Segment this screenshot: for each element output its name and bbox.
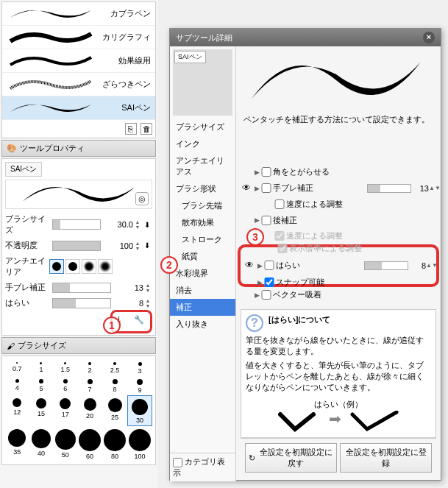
category-item[interactable]: ブラシ形状 xyxy=(170,180,235,197)
expand-icon[interactable]: ▶ xyxy=(252,291,261,299)
category-item[interactable]: 補正 xyxy=(170,299,235,316)
category-item[interactable]: ストローク xyxy=(170,231,235,248)
annotation-2: 2 xyxy=(160,256,178,274)
expand-icon[interactable]: ▶ xyxy=(252,216,261,224)
sharp-corner-checkbox[interactable] xyxy=(261,167,271,177)
sharp-corner-label: 角をとがらせる xyxy=(271,166,436,177)
brush-item[interactable]: カリグラフィ xyxy=(2,26,155,49)
stabilize-slider[interactable] xyxy=(52,283,111,293)
size-cell[interactable]: 1.5 xyxy=(53,359,77,376)
visibility-icon[interactable] xyxy=(243,277,255,289)
antialias-label: アンチエイリア xyxy=(5,255,49,277)
target-icon[interactable]: ◎ xyxy=(135,192,149,205)
brush-item[interactable]: カブラペン xyxy=(2,2,155,26)
size-cell[interactable]: 0.7 xyxy=(5,359,29,376)
wrench-icon[interactable]: 🔧 xyxy=(134,315,147,328)
harai-slider[interactable] xyxy=(52,298,111,308)
category-item[interactable]: 消去 xyxy=(170,282,235,299)
display-ratio-row: 表示倍率による調整 xyxy=(243,241,433,256)
brush-item-selected[interactable]: SAIペン xyxy=(2,96,155,120)
aa-option[interactable] xyxy=(49,259,64,274)
size-cell[interactable]: 2 xyxy=(77,359,102,376)
size-cell[interactable]: 20 xyxy=(77,395,102,426)
aa-option[interactable] xyxy=(65,259,80,274)
size-cell[interactable]: 40 xyxy=(29,426,54,462)
size-cell[interactable]: 80 xyxy=(102,426,127,462)
category-item[interactable]: 紙質 xyxy=(170,248,235,265)
size-cell[interactable]: 60 xyxy=(77,426,102,462)
expand-icon[interactable]: ▶ xyxy=(252,169,261,176)
trash-icon[interactable]: 🗑 xyxy=(141,123,152,135)
category-item[interactable]: 入り抜き xyxy=(170,316,235,333)
size-cell[interactable]: 1 xyxy=(29,359,54,376)
visibility-icon[interactable]: 👁 xyxy=(241,183,252,194)
dialog-preview-tab[interactable]: SAIペン xyxy=(174,51,206,63)
size-cell[interactable]: 15 xyxy=(29,395,54,426)
stabilize-spinner[interactable]: ▲▼ xyxy=(143,283,152,293)
tool-property-header[interactable]: 🎨 ツールプロパティ xyxy=(1,140,156,157)
size-cell[interactable]: 4 xyxy=(5,376,29,395)
size-cell[interactable]: 8 xyxy=(102,376,127,395)
size-cell[interactable]: 12 xyxy=(5,395,29,426)
brush-item[interactable]: ざらつきペン xyxy=(2,73,155,96)
expand-icon[interactable]: ▶ xyxy=(252,185,261,192)
brush-size-spinner[interactable]: ▲▼ xyxy=(133,219,142,230)
size-cell[interactable]: 5 xyxy=(29,376,54,395)
category-item[interactable]: 水彩境界 xyxy=(170,265,235,282)
size-cell[interactable]: 2.5 xyxy=(102,359,127,376)
stabilize-spinner[interactable]: ▲▼ xyxy=(429,185,436,191)
harai-setting-label: はらい xyxy=(274,260,361,271)
size-cell[interactable]: 50 xyxy=(53,426,77,462)
visibility-icon[interactable] xyxy=(241,289,252,301)
post-correct-checkbox[interactable] xyxy=(261,216,271,225)
close-icon[interactable]: × xyxy=(423,32,435,43)
size-cell[interactable]: 100 xyxy=(127,426,152,462)
dynamics-icon[interactable]: ⬇ xyxy=(142,241,152,250)
tool-tab[interactable]: SAIペン xyxy=(5,162,42,177)
visibility-icon[interactable]: 👁 xyxy=(243,260,255,272)
stabilize-checkbox[interactable] xyxy=(261,183,271,193)
annotation-3: 3 xyxy=(246,228,264,246)
annotation-1: 1 xyxy=(103,317,121,334)
speed-adjust-checkbox[interactable] xyxy=(274,199,285,209)
size-cell[interactable]: 7 xyxy=(77,376,102,395)
expand-icon[interactable]: ▶ xyxy=(255,262,264,269)
post-correct-label: 後補正 xyxy=(271,215,436,226)
copy-icon[interactable]: ⎘ xyxy=(125,123,137,135)
brush-size-slider[interactable] xyxy=(52,219,101,230)
size-cell[interactable]: 3 xyxy=(127,359,152,376)
harai-checkbox[interactable] xyxy=(264,261,274,270)
category-item[interactable]: アンチエイリアス xyxy=(170,152,235,180)
category-item[interactable]: ブラシ先端 xyxy=(170,197,235,214)
size-cell[interactable]: 17 xyxy=(53,395,77,426)
category-item[interactable]: 散布効果 xyxy=(170,214,235,231)
opacity-slider[interactable] xyxy=(52,241,101,251)
harai-slider[interactable] xyxy=(364,261,408,270)
size-cell[interactable]: 35 xyxy=(5,426,29,462)
brush-item[interactable]: 効果線用 xyxy=(2,49,155,73)
reset-button[interactable]: ↻ 全設定を初期設定に戻す xyxy=(245,443,337,473)
harai-spinner[interactable]: ▲▼ xyxy=(426,262,433,269)
stabilize-slider[interactable] xyxy=(367,184,411,193)
register-button[interactable]: 全設定を初期設定に登録 xyxy=(340,443,432,473)
aa-option[interactable] xyxy=(98,259,113,274)
opacity-spinner[interactable]: ▲▼ xyxy=(133,241,142,251)
category-item[interactable]: ブラシサイズ xyxy=(170,119,235,135)
category-show-checkbox[interactable] xyxy=(173,458,182,467)
expand-icon[interactable]: ▶ xyxy=(255,279,264,286)
vector-checkbox[interactable] xyxy=(261,290,271,300)
brush-size-header[interactable]: 🖌 ブラシサイズ xyxy=(1,337,156,354)
dynamics-icon[interactable]: ⬇ xyxy=(142,221,152,229)
snap-checkbox[interactable] xyxy=(264,277,274,287)
dialog-titlebar[interactable]: サブツール詳細 × xyxy=(170,29,441,46)
size-cell[interactable]: 9 xyxy=(127,376,152,395)
size-cell[interactable]: 6 xyxy=(53,376,77,395)
visibility-icon[interactable] xyxy=(241,214,252,226)
harai-value: 8 xyxy=(114,299,143,308)
size-cell[interactable]: 25 xyxy=(102,395,127,426)
aa-option[interactable] xyxy=(82,259,96,274)
harai-spinner[interactable]: ▲▼ xyxy=(143,298,152,308)
category-item[interactable]: インク xyxy=(170,135,235,152)
visibility-icon[interactable] xyxy=(241,166,252,178)
size-cell[interactable]: 30 xyxy=(127,395,152,426)
